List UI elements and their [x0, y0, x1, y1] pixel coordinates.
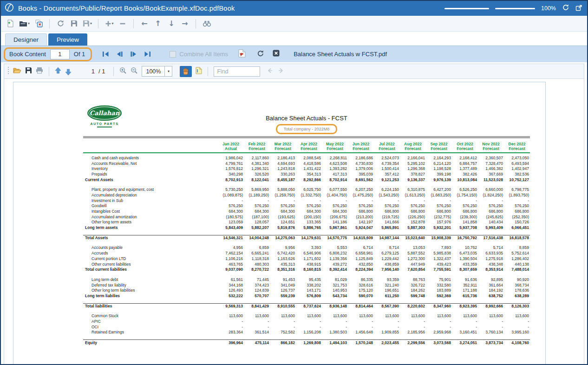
table-row: Other current liabilities463,765480,3034…: [83, 261, 530, 267]
find-input[interactable]: [214, 66, 260, 77]
zoom-out-icon[interactable]: [131, 67, 138, 76]
row-label: Long term debt: [83, 277, 218, 282]
cell-value: 684,300: [322, 209, 348, 214]
cell-value: 2,117,860: [244, 156, 270, 160]
save-icon[interactable]: [69, 18, 78, 29]
open-in-window-icon[interactable]: [575, 4, 582, 13]
report-table: Jan 2022ActualFeb 2022ForecastMar 2022Fo…: [83, 142, 530, 345]
combine-all-items-checkbox[interactable]: [170, 51, 176, 58]
save-as-icon[interactable]: ▾: [83, 18, 92, 29]
navigate-left-icon[interactable]: ←: [140, 18, 149, 29]
cell-value: 684,300: [270, 209, 296, 214]
cell-value: 3,995,160: [504, 330, 530, 334]
cell-value: 196,651: [374, 288, 400, 293]
pdf-print-icon[interactable]: [36, 67, 43, 76]
cell-value: 2,023,455: [374, 340, 400, 345]
table-row: Investment in Sub------------: [83, 198, 530, 203]
cell-value: 150,726: [504, 220, 530, 224]
cell-value: 382,426: [452, 172, 478, 176]
text-select-icon[interactable]: [196, 67, 202, 76]
previous-item-button[interactable]: [116, 51, 123, 57]
cell-value: (1,893,750): [504, 193, 530, 197]
remove-icon[interactable]: [118, 18, 127, 29]
cell-value: 113,600: [270, 313, 296, 318]
add-icon[interactable]: ▾: [105, 18, 114, 29]
cell-value: 3,873,734: [478, 340, 504, 345]
cell-value: 6,658,981: [348, 251, 374, 255]
page-down-icon[interactable]: [65, 67, 72, 76]
cell-value: 5,887,303: [400, 225, 426, 230]
navigate-up-icon[interactable]: ↑: [153, 18, 163, 29]
navigate-right-icon[interactable]: →: [180, 18, 189, 29]
cell-value: 10,752,127: [504, 177, 530, 182]
cell-value: 684,300: [296, 209, 322, 214]
table-spacer: [83, 335, 530, 339]
cell-value: -: [374, 319, 400, 324]
cell-value: 183,889: [426, 288, 452, 293]
cell-value: 5,295,102: [400, 161, 426, 166]
cell-value: 321,753: [322, 283, 348, 287]
zoom-slider-1[interactable]: [444, 8, 489, 9]
pdf-zoom-select[interactable]: 100% ▾: [142, 66, 172, 77]
last-item-button[interactable]: [144, 51, 151, 57]
cell-value: (1,543,250): [374, 193, 400, 197]
row-label: Investment in Sub: [83, 198, 218, 203]
refresh-window-icon[interactable]: [562, 4, 569, 13]
cell-value: 576,250: [452, 203, 478, 208]
cell-value: 1,125,849: [348, 256, 374, 261]
cell-value: 475,114: [244, 340, 270, 345]
table-row: Accounts Receivable, Net4,799,7614,381,3…: [83, 161, 530, 166]
cell-value: 1,171,602: [296, 256, 322, 261]
cell-value: (1,259,750): [270, 193, 296, 197]
book-content-page-input[interactable]: [50, 49, 70, 59]
cell-value: 15,023,640: [400, 235, 426, 240]
page-up-icon[interactable]: [55, 67, 61, 76]
new-document-icon[interactable]: [6, 18, 15, 29]
open-book-icon[interactable]: ▾: [19, 18, 30, 29]
refresh-book-icon[interactable]: [257, 50, 264, 59]
cell-value: 2,088,545: [296, 156, 322, 160]
row-label: Total current liabilities: [83, 267, 218, 272]
zoom-slider-2[interactable]: [495, 8, 535, 9]
next-item-button[interactable]: [130, 51, 137, 57]
cell-value: 1,393,282: [322, 166, 348, 171]
zoom-level: 100%: [541, 5, 556, 12]
cell-value: 88,763: [400, 277, 426, 282]
find-next-icon[interactable]: [277, 67, 284, 76]
pdf-save-icon[interactable]: [25, 67, 32, 76]
cell-value: 9,956: [270, 245, 296, 250]
refresh-icon[interactable]: [56, 18, 65, 29]
cell-value: 5,887,552: [400, 251, 426, 255]
navigate-down-icon[interactable]: ↓: [167, 18, 176, 29]
cell-value: (206,675): [322, 215, 348, 219]
chevron-down-icon[interactable]: ▾: [164, 66, 172, 76]
pdf-page-input[interactable]: [84, 68, 95, 75]
tab-preview[interactable]: Preview: [48, 33, 87, 46]
table-spacer: [83, 230, 530, 235]
zoom-in-icon[interactable]: [119, 67, 127, 76]
pdf-open-icon[interactable]: [13, 67, 21, 76]
preview-area[interactable]: Callahan AUTO PARTS Balance Sheet Actual…: [4, 79, 584, 364]
cell-value: 576,250: [270, 203, 296, 208]
cell-value: 326,722: [400, 283, 426, 287]
cell-value: 10,762: [452, 245, 478, 250]
cell-value: 8,347,960: [426, 304, 452, 308]
cell-value: 126,737: [270, 288, 296, 293]
tab-designer[interactable]: Designer: [5, 33, 47, 46]
first-item-button[interactable]: [102, 51, 109, 57]
cell-value: 326,520: [244, 172, 270, 176]
cell-value: 4,623,508: [322, 161, 348, 166]
find-previous-icon[interactable]: [267, 67, 274, 76]
find-binoculars-icon[interactable]: [202, 18, 211, 29]
grip-handle-icon[interactable]: [7, 66, 9, 77]
cell-value: (1,089,875): [218, 193, 244, 197]
table-row: Accrueds7,462,1546,665,2416,742,4206,546…: [83, 250, 530, 256]
cell-value: 6,808,232: [322, 251, 348, 255]
hand-tool-button[interactable]: [180, 66, 192, 77]
cell-value: -: [296, 325, 322, 329]
cell-value: 332,580: [426, 283, 452, 287]
cell-value: 576,250: [504, 203, 530, 208]
close-document-icon[interactable]: [34, 18, 43, 29]
close-book-icon[interactable]: [273, 50, 280, 59]
row-label: Intangibles Cost: [83, 209, 218, 214]
